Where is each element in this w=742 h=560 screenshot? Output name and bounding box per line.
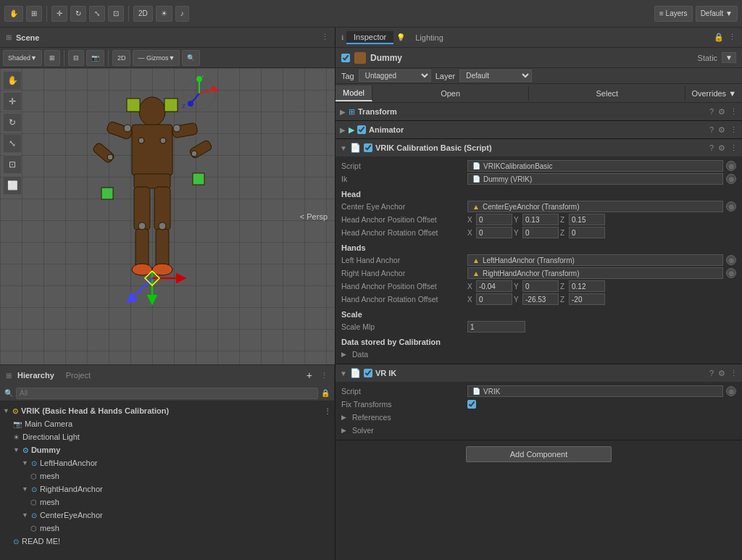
ik-field[interactable]: 📄 Dummy (VRIK) [467, 173, 723, 185]
hierarchy-add-btn[interactable]: + [304, 369, 314, 381]
transform-settings-icon[interactable]: ⚙ [718, 107, 725, 117]
project-tab[interactable]: Project [66, 371, 91, 380]
head-rot-z-input[interactable] [569, 227, 605, 238]
transform-header[interactable]: ⊞ Transform ? ⚙ ⋮ [335, 103, 742, 120]
transform-tool-btn[interactable]: ⊡ [108, 6, 124, 22]
transform-help-icon[interactable]: ? [709, 107, 714, 117]
hierarchy-more-btn[interactable]: ⋮ [320, 371, 328, 380]
vrik-script-field[interactable]: 📄 VRIK [467, 385, 723, 397]
vrik-calib-help-icon[interactable]: ? [709, 143, 714, 153]
hierarchy-item-eye-mesh[interactable]: ⬡ mesh [0, 522, 334, 535]
tag-select[interactable]: Untagged [359, 70, 431, 82]
inspector-more-icon[interactable]: ⋮ [728, 33, 736, 42]
scene-shading-btn[interactable]: Shaded▼ [3, 50, 42, 66]
right-hand-circle-btn[interactable]: ◎ [726, 268, 736, 278]
vrik-calib-checkbox[interactable] [364, 143, 372, 152]
inspector-tab[interactable]: Inspector [346, 31, 393, 44]
transform-more-icon[interactable]: ⋮ [730, 107, 738, 117]
head-pos-x-input[interactable] [476, 214, 512, 225]
head-rot-y-input[interactable] [522, 227, 559, 238]
inspector-lock-icon[interactable]: 🔒 [714, 33, 724, 42]
animator-help-icon[interactable]: ? [709, 125, 714, 135]
hand-side-btn[interactable]: ✋ [3, 71, 22, 90]
vrik-calib-more-icon[interactable]: ⋮ [730, 143, 738, 153]
rect-side-btn[interactable]: ⬜ [3, 176, 22, 195]
animator-more-icon[interactable]: ⋮ [730, 125, 738, 135]
scene-grid-btn[interactable]: ⊟ [68, 50, 84, 66]
hierarchy-search-input[interactable] [16, 388, 318, 399]
scale-side-btn[interactable]: ⤡ [3, 134, 22, 153]
open-btn[interactable]: Open [372, 86, 529, 101]
move-tool-btn[interactable]: ✛ [51, 6, 67, 22]
vrik-calibration-header[interactable]: 📄 VRIK Calibration Basic (Script) ? ⚙ ⋮ [335, 139, 742, 156]
hierarchy-item-dummy[interactable]: ⊙ Dummy [0, 443, 334, 456]
add-component-btn[interactable]: Add Component [466, 446, 612, 462]
transform-side-btn[interactable]: ⊡ [3, 155, 22, 174]
animator-checkbox[interactable] [357, 125, 366, 134]
hand-rot-x-input[interactable] [476, 293, 512, 305]
head-rot-x-input[interactable] [476, 227, 512, 238]
vrik-more-icon[interactable]: ⋮ [730, 369, 738, 378]
cross-side-btn[interactable]: ✛ [3, 92, 22, 111]
left-hand-anchor-field[interactable]: ▲ LeftHandAnchor (Transform) [467, 254, 723, 266]
script-field[interactable]: 📄 VRIKCalibrationBasic [467, 160, 723, 172]
layers-btn[interactable]: ≡ Layers [654, 6, 693, 22]
vrik-help-icon[interactable]: ? [709, 369, 714, 378]
fix-transforms-checkbox[interactable] [467, 400, 476, 409]
left-hand-circle-btn[interactable]: ◎ [726, 255, 736, 265]
layer-select[interactable]: Default [459, 70, 532, 82]
center-eye-field[interactable]: ▲ CenterEyeAnchor (Transform) [467, 201, 723, 212]
ik-circle-btn[interactable]: ◎ [726, 174, 736, 184]
hand-pos-x-input[interactable] [476, 280, 512, 292]
hand-rot-z-input[interactable] [569, 293, 605, 305]
hierarchy-tab[interactable]: Hierarchy [17, 371, 54, 380]
object-active-checkbox[interactable] [341, 54, 350, 62]
hierarchy-item-left-hand[interactable]: ⊙ LeftHandAnchor [0, 456, 334, 469]
scene-panel-menu-icon[interactable]: ⋮ [321, 33, 329, 42]
light-btn[interactable]: ☀ [156, 6, 172, 22]
layout-btn[interactable]: Default ▼ [696, 6, 738, 22]
vrik-calib-settings-icon[interactable]: ⚙ [718, 143, 725, 153]
overrides-btn[interactable]: Overrides ▼ [685, 86, 742, 101]
hand-tool-btn[interactable]: ✋ [4, 6, 23, 22]
hierarchy-item-vrik-root[interactable]: ⊙ VRIK (Basic Head & Hands Calibration) … [0, 404, 334, 417]
animator-settings-icon[interactable]: ⚙ [718, 125, 725, 135]
hierarchy-item-right-hand[interactable]: ⊙ RightHandAnchor [0, 482, 334, 496]
hierarchy-item-dir-light[interactable]: ☀ Directional Light [0, 430, 334, 443]
static-dropdown[interactable]: ▼ [722, 52, 736, 63]
scene-search-btn[interactable]: 🔍 [182, 50, 200, 66]
model-tab[interactable]: Model [335, 85, 372, 101]
hierarchy-item-right-mesh[interactable]: ⬡ mesh [0, 496, 334, 509]
right-hand-anchor-field[interactable]: ▲ RightHandAnchor (Transform) [467, 267, 723, 279]
scene-perspective-btn[interactable]: ⊞ [44, 50, 60, 66]
hand-rot-y-input[interactable] [522, 293, 559, 305]
hierarchy-item-readme[interactable]: ⊙ READ ME! [0, 535, 334, 548]
lighting-tab[interactable]: Lighting [408, 32, 451, 43]
scene-gizmos-btn[interactable]: — Gizmos▼ [133, 50, 180, 66]
scene-2d-btn[interactable]: 2D [112, 50, 131, 66]
rect-tool-btn[interactable]: ⊞ [26, 6, 42, 22]
hand-pos-z-input[interactable] [569, 280, 605, 292]
hierarchy-item-left-mesh[interactable]: ⬡ mesh [0, 469, 334, 482]
vrik-settings-icon[interactable]: ⚙ [718, 369, 725, 378]
scale-tool-btn[interactable]: ⤡ [89, 6, 105, 22]
scale-mlp-input[interactable] [467, 321, 525, 333]
solver-arrow[interactable] [341, 427, 346, 434]
rotate-side-btn[interactable]: ↻ [3, 113, 22, 132]
vrik-header[interactable]: 📄 VR IK ? ⚙ ⋮ [335, 364, 742, 382]
select-btn[interactable]: Select [529, 86, 685, 101]
animator-header[interactable]: ▶ Animator ? ⚙ ⋮ [335, 121, 742, 138]
hierarchy-item-main-camera[interactable]: 📷 Main Camera [0, 417, 334, 430]
center-eye-circle-btn[interactable]: ◎ [726, 201, 736, 212]
script-circle-btn[interactable]: ◎ [726, 161, 736, 171]
scene-camera-btn[interactable]: 📷 [86, 50, 104, 66]
vrik-checkbox[interactable] [364, 369, 372, 377]
hand-pos-y-input[interactable] [522, 280, 559, 292]
audio-btn[interactable]: ♪ [175, 6, 189, 22]
rotate-tool-btn[interactable]: ↻ [70, 6, 86, 22]
hierarchy-item-center-eye[interactable]: ⊙ CenterEyeAnchor [0, 509, 334, 522]
2d-btn[interactable]: 2D [133, 6, 153, 22]
head-pos-z-input[interactable] [569, 214, 605, 225]
vrik-script-circle-btn[interactable]: ◎ [726, 386, 736, 396]
vrik-root-menu[interactable]: ⋮ [324, 407, 331, 415]
